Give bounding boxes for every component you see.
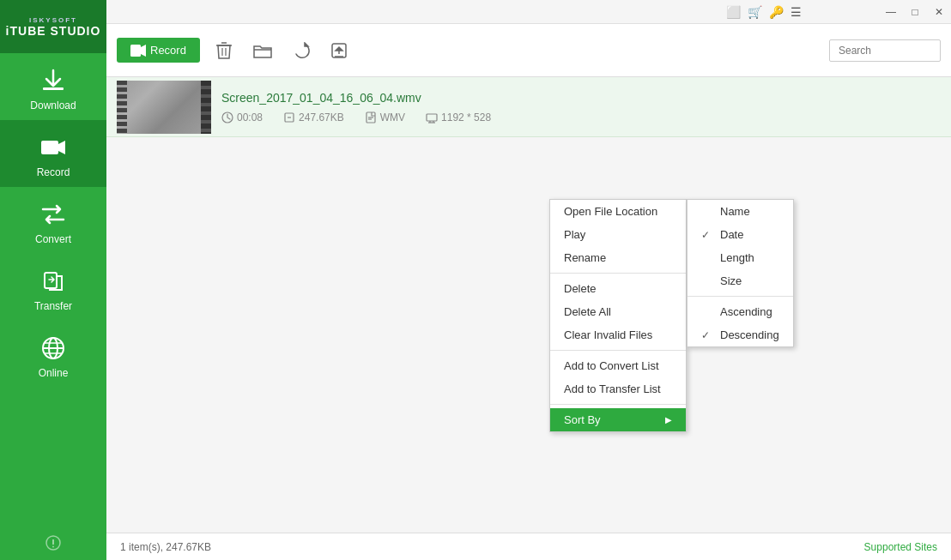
menu-delete-all[interactable]: Delete All <box>550 300 686 323</box>
check-size <box>701 275 713 287</box>
sidebar-item-label-convert: Convert <box>35 233 71 245</box>
main-panel: ⬜ 🛒 🔑 ☰ — □ ✕ Record <box>106 0 951 560</box>
menu-open-file-location[interactable]: Open File Location <box>550 200 686 223</box>
submenu-separator <box>688 296 793 297</box>
download-icon <box>38 65 69 96</box>
check-ascending <box>701 306 713 318</box>
context-menu-separator-3 <box>550 404 686 405</box>
sidebar-item-convert[interactable]: Convert <box>0 187 106 254</box>
file-size: 247.67KB <box>283 111 344 123</box>
size-icon <box>283 111 295 123</box>
svg-marker-22 <box>336 47 342 51</box>
file-format: WMV <box>365 111 405 123</box>
svg-rect-0 <box>43 87 64 90</box>
menu-add-convert[interactable]: Add to Convert List <box>550 354 686 377</box>
close-button[interactable]: ✕ <box>927 0 951 24</box>
media-icon[interactable]: ⬜ <box>726 5 741 19</box>
sort-by-length[interactable]: Length <box>688 246 793 269</box>
record-button[interactable]: Record <box>117 38 200 63</box>
context-menu-separator-1 <box>550 273 686 274</box>
file-row[interactable]: Screen_2017_01_04_16_06_04.wmv 00:08 <box>106 77 951 137</box>
sidebar: ISKYSOFT iTUBE STUDIO Download Record <box>0 0 106 560</box>
window-controls: — □ ✕ <box>879 0 951 24</box>
svg-rect-1 <box>41 141 58 154</box>
status-bar: 1 item(s), 247.67KB Supported Sites <box>106 533 951 560</box>
toolbar: Record <box>106 24 951 77</box>
check-descending: ✓ <box>701 329 713 341</box>
online-icon <box>38 333 69 364</box>
menu-clear-invalid[interactable]: Clear Invalid Files <box>550 323 686 346</box>
record-btn-icon <box>130 45 146 57</box>
file-resolution: 1192 * 528 <box>426 111 491 123</box>
menu-rename[interactable]: Rename <box>550 246 686 269</box>
titlebar-icons: ⬜ 🛒 🔑 ☰ <box>106 5 879 19</box>
sort-by-size[interactable]: Size <box>688 269 793 292</box>
logo-top: ISKYSOFT <box>29 16 77 24</box>
file-thumbnail <box>117 81 211 134</box>
convert-icon <box>38 199 69 230</box>
sidebar-item-online[interactable]: Online <box>0 321 106 388</box>
app-logo: ISKYSOFT iTUBE STUDIO <box>0 0 106 53</box>
sidebar-item-label-online: Online <box>39 367 69 379</box>
record-btn-label: Record <box>150 44 186 57</box>
sort-by-date[interactable]: ✓ Date <box>688 223 793 246</box>
file-name: Screen_2017_01_04_16_06_04.wmv <box>221 91 941 105</box>
sidebar-item-record[interactable]: Record <box>0 120 106 187</box>
svg-rect-3 <box>45 273 57 288</box>
sidebar-item-transfer[interactable]: Transfer <box>0 254 106 321</box>
sort-by-name[interactable]: Name <box>688 200 793 223</box>
file-meta: 00:08 247.67KB <box>221 111 941 123</box>
sort-submenu: Name ✓ Date Length Size Ascending <box>687 199 794 347</box>
menu-icon[interactable]: ☰ <box>790 5 802 19</box>
menu-delete[interactable]: Delete <box>550 277 686 300</box>
transfer-icon <box>38 266 69 297</box>
sidebar-item-label-record: Record <box>37 166 70 178</box>
sidebar-item-download[interactable]: Download <box>0 53 106 120</box>
record-icon <box>38 132 69 163</box>
content-area: Screen_2017_01_04_16_06_04.wmv 00:08 <box>106 77 951 533</box>
menu-play[interactable]: Play <box>550 223 686 246</box>
check-length <box>701 252 713 264</box>
svg-point-11 <box>52 546 54 548</box>
sidebar-item-label-transfer: Transfer <box>34 300 72 312</box>
sort-descending[interactable]: ✓ Descending <box>688 323 793 346</box>
cart-icon[interactable]: 🛒 <box>748 5 762 19</box>
resolution-icon <box>426 111 438 123</box>
export-button[interactable] <box>325 39 353 63</box>
maximize-button[interactable]: □ <box>903 0 927 24</box>
refresh-button[interactable] <box>288 39 315 63</box>
context-menu-separator-2 <box>550 350 686 351</box>
format-icon <box>365 111 377 123</box>
delete-button[interactable] <box>210 38 238 63</box>
check-name <box>701 206 713 218</box>
logo-bottom: iTUBE STUDIO <box>6 24 101 38</box>
svg-marker-2 <box>58 141 65 154</box>
status-text: 1 item(s), 247.67KB <box>120 541 211 553</box>
svg-rect-12 <box>130 45 141 57</box>
minimize-button[interactable]: — <box>879 0 903 24</box>
supported-sites-link[interactable]: Supported Sites <box>864 541 937 553</box>
key-icon[interactable]: 🔑 <box>769 5 784 19</box>
file-duration: 00:08 <box>221 111 263 123</box>
file-info: Screen_2017_01_04_16_06_04.wmv 00:08 <box>221 91 941 123</box>
sort-ascending[interactable]: Ascending <box>688 300 793 323</box>
clock-icon <box>221 111 233 123</box>
context-menu: Open File Location Play Rename Delete De… <box>549 199 687 432</box>
menu-add-transfer[interactable]: Add to Transfer List <box>550 377 686 400</box>
menu-sort-by[interactable]: Sort By <box>550 408 686 431</box>
svg-rect-30 <box>427 114 437 121</box>
search-input[interactable] <box>829 39 941 62</box>
svg-marker-13 <box>141 45 146 57</box>
check-date: ✓ <box>701 229 713 241</box>
sidebar-item-label-download: Download <box>30 99 76 111</box>
svg-marker-19 <box>305 43 308 46</box>
folder-button[interactable] <box>248 39 277 62</box>
